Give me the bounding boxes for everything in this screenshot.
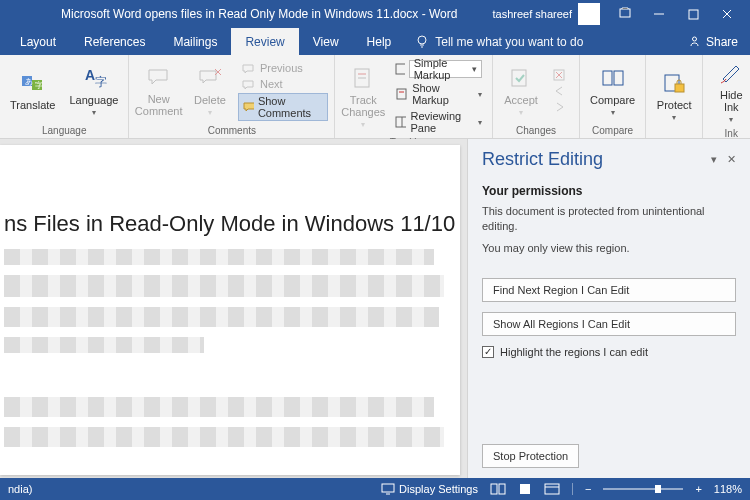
show-markup-icon (395, 88, 408, 100)
highlight-regions-checkbox[interactable]: ✓ Highlight the regions I can edit (482, 346, 736, 358)
chevron-down-icon: ▾ (361, 120, 365, 129)
close-button[interactable] (710, 0, 744, 28)
display-icon (381, 483, 395, 495)
markup-icon (395, 63, 404, 75)
user-account[interactable]: tashreef shareef (493, 3, 601, 25)
chevron-down-icon: ▾ (478, 90, 482, 99)
window-controls (608, 0, 744, 28)
word-icon (6, 4, 26, 24)
tab-review[interactable]: Review (231, 28, 298, 55)
svg-rect-21 (396, 64, 404, 74)
accept-icon (508, 66, 534, 92)
permissions-text-1: This document is protected from unintent… (482, 204, 736, 235)
prev-change-icon (553, 85, 569, 97)
tab-help[interactable]: Help (353, 28, 406, 55)
next-comment-button: Next (238, 77, 328, 91)
svg-rect-39 (545, 484, 559, 494)
tell-me-search[interactable]: Tell me what you want to do (415, 35, 583, 49)
page: ns Files in Read-Only Mode in Windows 11… (0, 145, 460, 475)
language-button[interactable]: A字 Language ▾ (65, 64, 122, 119)
svg-point-9 (692, 37, 696, 41)
reviewing-pane-button[interactable]: Reviewing Pane ▾ (391, 109, 486, 135)
svg-text:字: 字 (95, 75, 107, 89)
protect-icon (661, 71, 687, 97)
group-language: あ字 Translate A字 Language ▾ Language (0, 55, 129, 138)
document-area[interactable]: ns Files in Read-Only Mode in Windows 11… (0, 139, 467, 478)
chevron-down-icon: ▾ (729, 115, 733, 124)
group-label-compare: Compare (592, 125, 633, 136)
track-changes-button: Track Changes ▾ (341, 64, 385, 131)
zoom-slider[interactable] (603, 488, 683, 490)
zoom-level[interactable]: 118% (714, 483, 742, 495)
tab-layout[interactable]: Layout (6, 28, 70, 55)
svg-rect-22 (397, 89, 406, 99)
group-compare: Compare ▾ Compare (580, 55, 646, 138)
svg-rect-33 (675, 84, 684, 92)
previous-icon (242, 62, 256, 74)
svg-rect-1 (620, 9, 630, 17)
delete-comment-button: Delete ▾ (188, 64, 232, 119)
display-settings-button[interactable]: Display Settings (381, 483, 478, 495)
blurred-text (4, 427, 444, 447)
permissions-text-2: You may only view this region. (482, 241, 736, 256)
ribbon-options-icon[interactable] (608, 0, 642, 28)
find-next-region-button[interactable]: Find Next Region I Can Edit (482, 278, 736, 302)
comment-icon (146, 65, 172, 91)
pane-close-button[interactable]: ✕ (727, 153, 736, 166)
show-comments-button[interactable]: Show Comments (238, 93, 328, 121)
show-markup-button[interactable]: Show Markup ▾ (391, 81, 486, 107)
zoom-in-button[interactable]: + (695, 483, 701, 495)
status-bar: ndia) Display Settings − + 118% (0, 478, 750, 500)
language-icon: A字 (81, 66, 107, 92)
blurred-text (4, 397, 434, 417)
lightbulb-icon (415, 35, 429, 49)
show-all-regions-button[interactable]: Show All Regions I Can Edit (482, 312, 736, 336)
svg-rect-30 (603, 71, 612, 85)
accept-button: Accept ▾ (499, 64, 543, 119)
tab-mailings[interactable]: Mailings (159, 28, 231, 55)
markup-view-select[interactable]: Simple Markup (391, 59, 486, 79)
next-change-button (549, 100, 573, 114)
translate-button[interactable]: あ字 Translate (6, 69, 59, 113)
pane-title: Restrict Editing (482, 149, 603, 170)
tab-view[interactable]: View (299, 28, 353, 55)
view-print-layout[interactable] (518, 483, 532, 495)
svg-rect-36 (491, 484, 497, 494)
ink-icon (718, 61, 744, 87)
hide-ink-button[interactable]: Hide Ink ▾ (709, 59, 750, 126)
group-comments: New Comment Delete ▾ Previous Next Show (129, 55, 335, 138)
svg-rect-31 (614, 71, 623, 85)
view-read-mode[interactable] (490, 483, 506, 495)
svg-text:字: 字 (35, 81, 43, 90)
previous-comment-button: Previous (238, 61, 328, 75)
reject-icon (553, 69, 569, 81)
maximize-button[interactable] (676, 0, 710, 28)
group-protect: Protect ▾ (646, 55, 703, 138)
zoom-out-button[interactable]: − (585, 483, 591, 495)
svg-rect-38 (520, 484, 530, 494)
tab-references[interactable]: References (70, 28, 159, 55)
stop-protection-button[interactable]: Stop Protection (482, 444, 579, 468)
avatar (578, 3, 600, 25)
blurred-text (4, 337, 204, 353)
svg-text:あ: あ (25, 77, 33, 86)
previous-change-button (549, 84, 573, 98)
restrict-editing-pane: Restrict Editing ▾ ✕ Your permissions Th… (467, 139, 750, 478)
compare-button[interactable]: Compare ▾ (586, 64, 639, 119)
minimize-button[interactable] (642, 0, 676, 28)
user-name: tashreef shareef (493, 8, 573, 20)
language-status[interactable]: ndia) (8, 483, 32, 495)
translate-icon: あ字 (20, 71, 46, 97)
group-ink: Hide Ink ▾ Ink (703, 55, 750, 138)
permissions-heading: Your permissions (482, 184, 736, 198)
pane-options-button[interactable]: ▾ (711, 153, 717, 166)
svg-point-6 (418, 36, 426, 44)
next-change-icon (553, 101, 569, 113)
view-web-layout[interactable] (544, 483, 560, 495)
track-changes-icon (350, 66, 376, 92)
protect-button[interactable]: Protect ▾ (652, 69, 696, 124)
share-icon (688, 35, 701, 48)
ribbon: あ字 Translate A字 Language ▾ Language New … (0, 55, 750, 139)
share-button[interactable]: Share (688, 35, 738, 49)
delete-comment-icon (197, 66, 223, 92)
